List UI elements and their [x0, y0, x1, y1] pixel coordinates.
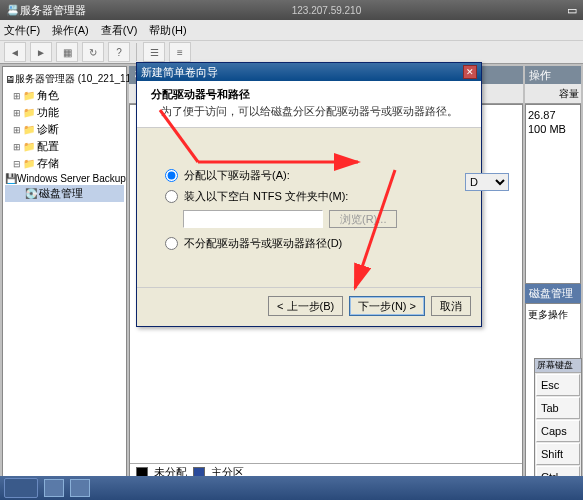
refresh-button[interactable]: ↻	[82, 42, 104, 62]
radio-mount-folder[interactable]	[165, 190, 178, 203]
actions-dm[interactable]: 磁盘管理	[525, 284, 581, 303]
tree-config[interactable]: ⊞📁配置	[5, 138, 124, 155]
wizard-head-subtitle: 为了便于访问，可以给磁盘分区分配驱动器号或驱动器路径。	[151, 104, 467, 119]
tree-features[interactable]: ⊞📁功能	[5, 104, 124, 121]
taskbar-item-1[interactable]	[44, 479, 64, 497]
next-button-wizard[interactable]: 下一步(N) >	[349, 296, 425, 316]
taskbar-item-2[interactable]	[70, 479, 90, 497]
app-icon: 📇	[6, 4, 20, 17]
browse-button[interactable]: 浏览(R)...	[329, 210, 397, 228]
wizard-titlebar[interactable]: 新建简单卷向导 ✕	[137, 63, 481, 81]
menu-action[interactable]: 操作(A)	[52, 23, 89, 38]
radio-assign-letter[interactable]	[165, 169, 178, 182]
option-mount-folder[interactable]: 装入以下空白 NTFS 文件夹中(M):	[165, 189, 453, 204]
cancel-button-wizard[interactable]: 取消	[431, 296, 471, 316]
menu-view[interactable]: 查看(V)	[101, 23, 138, 38]
option-no-assign[interactable]: 不分配驱动器号或驱动器路径(D)	[165, 236, 453, 251]
cap-1: 26.87	[528, 109, 578, 121]
tree-disk-management[interactable]: 💽磁盘管理	[5, 185, 124, 202]
taskbar	[0, 476, 583, 500]
back-button-wizard[interactable]: < 上一步(B)	[268, 296, 343, 316]
tree-root[interactable]: 🖥服务器管理器 (10_221_112_107)	[5, 71, 124, 87]
onscreen-keyboard: 屏幕键盘 Esc Tab Caps Shift Ctrl	[534, 358, 582, 490]
forward-button[interactable]: ►	[30, 42, 52, 62]
tree-roles[interactable]: ⊞📁角色	[5, 87, 124, 104]
menubar: 文件(F) 操作(A) 查看(V) 帮助(H)	[0, 20, 583, 40]
menu-file[interactable]: 文件(F)	[4, 23, 40, 38]
menu-help[interactable]: 帮助(H)	[149, 23, 186, 38]
drive-letter-select[interactable]: D	[465, 173, 509, 191]
col-capacity[interactable]: 容量	[559, 87, 579, 101]
tree-wsb[interactable]: 💾Windows Server Backup	[5, 172, 124, 185]
start-button[interactable]	[4, 478, 38, 498]
back-button[interactable]: ◄	[4, 42, 26, 62]
wizard-header: 分配驱动器号和路径 为了便于访问，可以给磁盘分区分配驱动器号或驱动器路径。	[137, 81, 481, 128]
actions-more[interactable]: 更多操作	[528, 308, 578, 322]
key-caps[interactable]: Caps	[536, 420, 580, 442]
cap-2: 100 MB	[528, 123, 578, 135]
main-titlebar: 📇 服务器管理器 123.207.59.210 ▭	[0, 0, 583, 20]
wizard-dialog: 新建简单卷向导 ✕ 分配驱动器号和路径 为了便于访问，可以给磁盘分区分配驱动器号…	[136, 62, 482, 327]
tree-storage[interactable]: ⊟📁存储	[5, 155, 124, 172]
option-assign-letter[interactable]: 分配以下驱动器号(A):	[165, 168, 453, 183]
remote-ip: 123.207.59.210	[86, 5, 567, 16]
close-icon[interactable]: ✕	[463, 65, 477, 79]
app-title: 服务器管理器	[20, 3, 86, 18]
radio-no-assign[interactable]	[165, 237, 178, 250]
actions-header: 操作	[525, 66, 581, 84]
wizard-head-title: 分配驱动器号和路径	[151, 87, 467, 102]
tree-diagnostics[interactable]: ⊞📁诊断	[5, 121, 124, 138]
help-button[interactable]: ?	[108, 42, 130, 62]
key-esc[interactable]: Esc	[536, 374, 580, 396]
list-button[interactable]: ≡	[169, 42, 191, 62]
view-button[interactable]: ☰	[143, 42, 165, 62]
tree-panel: 🖥服务器管理器 (10_221_112_107) ⊞📁角色 ⊞📁功能 ⊞📁诊断 …	[2, 66, 127, 482]
key-shift[interactable]: Shift	[536, 443, 580, 465]
key-tab[interactable]: Tab	[536, 397, 580, 419]
toolbar: ◄ ► ▦ ↻ ? ☰ ≡	[0, 40, 583, 64]
options-button[interactable]: ▦	[56, 42, 78, 62]
osk-title[interactable]: 屏幕键盘	[535, 359, 581, 373]
window-controls[interactable]: ▭	[567, 4, 577, 17]
mount-path-input[interactable]	[183, 210, 323, 228]
